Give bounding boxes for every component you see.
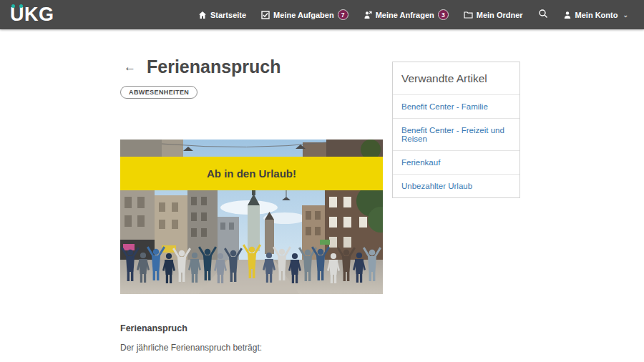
article-photo: Ab in den Urlaub! <box>120 140 383 294</box>
intro-paragraph: Der jährliche Ferienanspruch beträgt: <box>120 343 262 353</box>
photo-banner: Ab in den Urlaub! <box>120 157 383 190</box>
top-nav-bar: UKG Startseite Meine Aufgaben 7 <box>0 0 644 29</box>
related-articles-panel: Verwandte Artikel Benefit Center - Famil… <box>392 62 520 198</box>
folder-icon <box>464 11 473 19</box>
logo-dot-icon <box>11 4 15 8</box>
category-chip-abwesenheiten[interactable]: ABWESENHEITEN <box>120 86 197 99</box>
photo-banner-text: Ab in den Urlaub! <box>207 167 296 180</box>
section-heading: Ferienanspruch <box>120 323 187 333</box>
page: UKG Startseite Meine Aufgaben 7 <box>0 0 644 362</box>
chevron-down-icon: ⌄ <box>623 11 628 19</box>
related-articles-title: Verwandte Artikel <box>393 62 519 94</box>
nav-item-label: Mein Ordner <box>477 11 523 19</box>
related-link-benefit-center-familie[interactable]: Benefit Center - Familie <box>393 94 519 118</box>
nav-item-meine-anfragen[interactable]: Meine Anfragen 3 <box>364 9 449 20</box>
nav-item-meine-aufgaben[interactable]: Meine Aufgaben 7 <box>261 9 348 20</box>
related-link-unbezahlter-urlaub[interactable]: Unbezahlter Urlaub <box>393 174 519 197</box>
nav-item-label: Meine Anfragen <box>376 11 434 19</box>
checkbox-icon <box>261 11 270 19</box>
related-link-benefit-center-freizeit[interactable]: Benefit Center - Freizeit und Reisen <box>393 118 519 150</box>
logo-text: UKG <box>10 4 54 25</box>
search-icon <box>538 9 548 21</box>
requests-count-badge: 3 <box>438 9 449 20</box>
nav-item-mein-ordner[interactable]: Mein Ordner <box>464 11 523 19</box>
logo-dot-icon <box>19 4 23 8</box>
nav-item-label: Meine Aufgaben <box>273 11 334 19</box>
person-icon <box>563 11 572 19</box>
page-title: Ferienanspruch <box>147 57 281 77</box>
tasks-count-badge: 7 <box>338 9 348 20</box>
nav-menu: Startseite Meine Aufgaben 7 Meine Anfrag… <box>198 9 628 21</box>
ukg-logo[interactable]: UKG <box>10 5 54 24</box>
person-arrow-icon <box>364 11 372 19</box>
nav-item-label: Mein Konto <box>575 11 618 19</box>
nav-item-mein-konto[interactable]: Mein Konto ⌄ <box>563 11 628 19</box>
home-icon <box>198 11 207 19</box>
related-link-ferienkauf[interactable]: Ferienkauf <box>393 150 519 174</box>
nav-item-label: Startseite <box>210 11 246 19</box>
nav-item-startseite[interactable]: Startseite <box>198 11 246 19</box>
search-button[interactable] <box>538 9 548 21</box>
back-button[interactable]: ← <box>124 60 136 74</box>
